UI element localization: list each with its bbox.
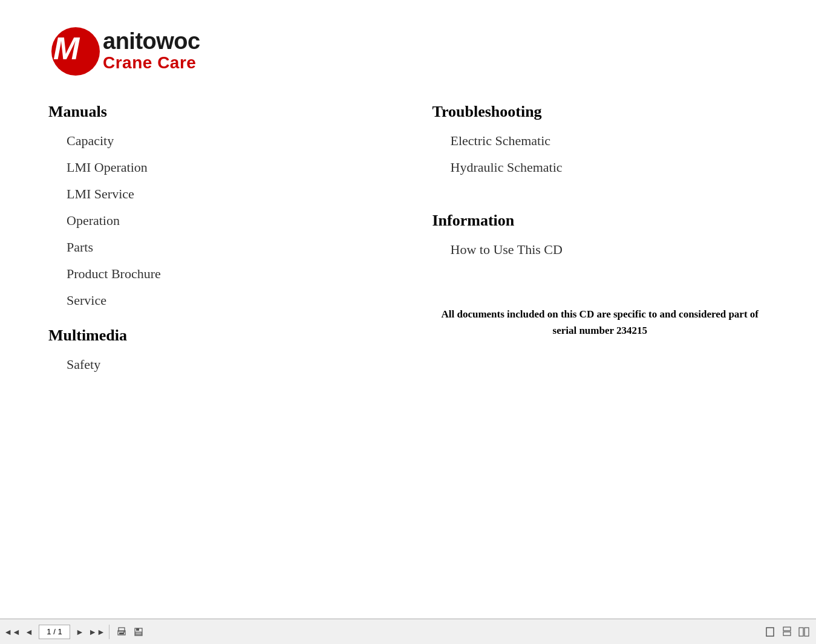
single-page-icon	[765, 626, 775, 637]
manuals-section: Manuals Capacity LMI Operation LMI Servi…	[48, 103, 384, 308]
svg-rect-9	[766, 628, 774, 636]
logo-subtitle: Crane Care	[103, 53, 200, 73]
troubleshooting-heading: Troubleshooting	[432, 103, 768, 121]
notice-text: All documents included on this CD are sp…	[432, 306, 768, 339]
information-heading: Information	[432, 212, 768, 230]
information-section: Information How to Use This CD	[432, 212, 768, 258]
menu-item-hydraulic-schematic[interactable]: Hydraulic Schematic	[432, 160, 768, 175]
multimedia-heading: Multimedia	[48, 327, 384, 345]
content-grid: Manuals Capacity LMI Operation LMI Servi…	[48, 103, 768, 594]
logo-brand-name: anitowoc	[103, 30, 200, 53]
logo-text-group: anitowoc Crane Care	[103, 30, 200, 73]
next-page-button[interactable]: ►	[73, 625, 87, 639]
prev-page-button[interactable]: ◄	[22, 625, 36, 639]
menu-item-product-brochure[interactable]: Product Brochure	[48, 266, 384, 282]
menu-item-how-to-use[interactable]: How to Use This CD	[432, 242, 768, 258]
svg-rect-4	[119, 633, 124, 634]
view-continuous-button[interactable]	[780, 625, 794, 639]
svg-rect-7	[136, 628, 139, 631]
toolbar-right	[763, 625, 811, 639]
troubleshooting-section: Troubleshooting Electric Schematic Hydra…	[432, 103, 768, 175]
page-input-group	[39, 625, 70, 639]
save-button[interactable]	[131, 625, 146, 639]
svg-rect-13	[805, 628, 809, 636]
menu-item-electric-schematic[interactable]: Electric Schematic	[432, 133, 768, 149]
logo-container: M anitowoc Crane Care	[48, 24, 200, 79]
save-icon	[134, 627, 143, 637]
svg-rect-10	[783, 627, 791, 631]
menu-item-lmi-operation[interactable]: LMI Operation	[48, 160, 384, 175]
continuous-view-icon	[782, 626, 792, 637]
toolbar-separator-1	[109, 625, 109, 639]
last-page-button[interactable]: ►►	[90, 625, 104, 639]
menu-item-lmi-service[interactable]: LMI Service	[48, 186, 384, 202]
menu-item-service[interactable]: Service	[48, 293, 384, 308]
view-single-button[interactable]	[763, 625, 777, 639]
svg-rect-11	[783, 632, 791, 636]
manitowoc-logo-icon: M	[48, 24, 103, 79]
page-number-input[interactable]	[39, 625, 70, 639]
svg-rect-8	[135, 632, 142, 635]
left-column: Manuals Capacity LMI Operation LMI Servi…	[48, 103, 408, 594]
document-area: M anitowoc Crane Care Manuals Capacity L…	[0, 0, 816, 619]
view-facing-button[interactable]	[797, 625, 811, 639]
first-page-button[interactable]: ◄◄	[5, 625, 19, 639]
multimedia-section: Multimedia Safety	[48, 327, 384, 372]
svg-rect-5	[123, 631, 125, 633]
menu-item-safety[interactable]: Safety	[48, 357, 384, 372]
menu-item-capacity[interactable]: Capacity	[48, 133, 384, 149]
logo-area: M anitowoc Crane Care	[48, 24, 768, 79]
facing-pages-icon	[798, 626, 809, 637]
menu-item-parts[interactable]: Parts	[48, 239, 384, 255]
menu-item-operation[interactable]: Operation	[48, 213, 384, 229]
svg-rect-12	[799, 628, 803, 636]
print-icon	[117, 627, 126, 637]
manuals-heading: Manuals	[48, 103, 384, 121]
toolbar: ◄◄ ◄ ► ►►	[0, 619, 816, 644]
print-button[interactable]	[114, 625, 129, 639]
svg-text:M: M	[53, 31, 80, 66]
right-column: Troubleshooting Electric Schematic Hydra…	[408, 103, 768, 594]
